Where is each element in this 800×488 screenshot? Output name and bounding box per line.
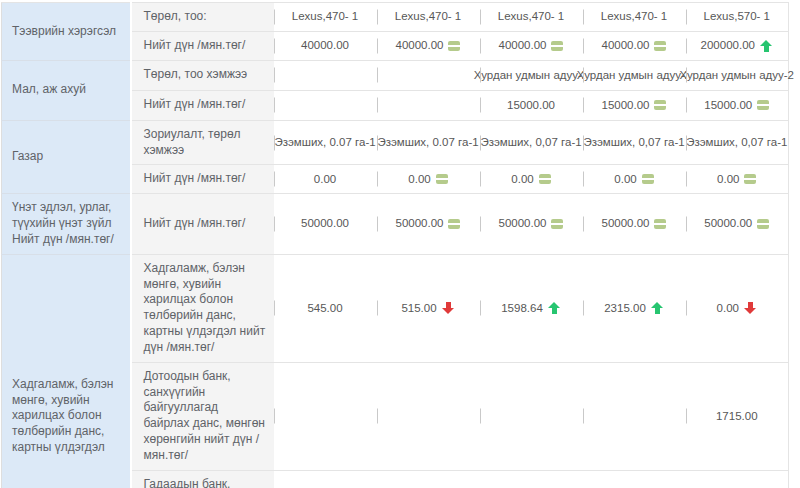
value-cell-content: Хурдан удмын адуу-2 — [480, 68, 583, 83]
cell-text: 50000.00 — [301, 216, 349, 231]
value-cell-content: 50000.00 — [583, 216, 686, 231]
cell-text: 200000.00 — [701, 38, 755, 53]
value-cell: 0.00 — [686, 165, 789, 194]
row-label-cell: Төрөл, тоо хэмжээ — [131, 60, 274, 90]
value-cell: 1598.64 — [480, 254, 583, 362]
cell-text: 15000.00 — [507, 98, 555, 113]
value-cell: 15000.00 — [583, 90, 686, 120]
cell-text: Эзэмших, 0,07 га-1 — [583, 135, 684, 150]
value-cell-content: 2315.00 — [583, 301, 686, 316]
row-label-cell: Нийт дүн /мян.төг/ — [131, 194, 274, 254]
value-cell: 40000.00 — [583, 31, 686, 60]
equals-icon — [448, 41, 460, 51]
category-label: Хадгаламж, бэлэн мөнгө, хувийн харилцах … — [12, 377, 113, 454]
category-label: Мал, аж ахуй — [12, 82, 86, 96]
value-cell-content: Эзэмших, 0.07 га-1 — [274, 135, 377, 150]
value-cell: Эзэмших, 0,07 га-1 — [480, 120, 583, 165]
equals-icon — [757, 219, 769, 229]
value-cell: Lexus,470- 1 — [583, 3, 686, 32]
value-cell-content: 50000.00 — [686, 216, 789, 231]
value-cell: 0.00 — [377, 165, 480, 194]
value-cell — [274, 90, 377, 120]
row-label: Нийт дүн /мян.төг/ — [144, 171, 246, 185]
value-cell-content: 545.00 — [274, 301, 377, 316]
value-cell: 0.00 — [686, 254, 789, 362]
table-row: Хадгаламж, бэлэн мөнгө, хувийн харилцах … — [2, 254, 789, 362]
trend-down-icon — [442, 302, 455, 314]
row-label-cell: Төрөл, тоо: — [131, 3, 274, 32]
cell-text: Lexus,470- 1 — [292, 9, 359, 24]
cell-text: 0.00 — [511, 172, 533, 187]
value-cell: 200000.00 — [686, 31, 789, 60]
cell-text: 2315.00 — [604, 301, 646, 316]
asset-table-body: Тээврийн хэрэгсэлТөрөл, тоо:Lexus,470- 1… — [2, 3, 789, 488]
cell-text: 15000.00 — [602, 98, 650, 113]
value-cell: 2315.00 — [583, 254, 686, 362]
category-cell: Үнэт эдлэл, урлаг, түүхийн үнэт зүйл Ний… — [2, 194, 131, 254]
value-cell-content: Lexus,470- 1 — [274, 9, 377, 24]
value-cell: 15000.00 — [480, 90, 583, 120]
value-cell: Эзэмших, 0.07 га-1 — [377, 120, 480, 165]
category-cell: Хадгаламж, бэлэн мөнгө, хувийн харилцах … — [2, 254, 131, 488]
value-cell: 40000.00 — [377, 31, 480, 60]
value-cell-content: Lexus,570- 1 — [686, 9, 789, 24]
row-label: Нийт дүн /мян.төг/ — [144, 216, 246, 230]
value-cell-content: 40000.00 — [480, 38, 583, 53]
cell-text: Эзэмших, 0.07 га-1 — [274, 135, 375, 150]
table-row: Үнэт эдлэл, урлаг, түүхийн үнэт зүйл Ний… — [2, 194, 789, 254]
cell-text: 0.00 — [614, 172, 636, 187]
table-row: Мал, аж ахуйТөрөл, тоо хэмжээХурдан удмы… — [2, 60, 789, 90]
cell-text: 0.00 — [314, 172, 336, 187]
row-label-cell: Хадгаламж, бэлэн мөнгө, хувийн харилцах … — [131, 254, 274, 362]
category-cell: Тээврийн хэрэгсэл — [2, 3, 131, 61]
value-cell: 545.00 — [274, 254, 377, 362]
value-cell: Хурдан удмын адуу-2 — [686, 60, 789, 90]
table-row: ГазарЗориулалт, төрөл хэмжээЭзэмших, 0.0… — [2, 120, 789, 165]
cell-text: Lexus,470- 1 — [395, 9, 462, 24]
cell-text: Хурдан удмын адуу-2 — [577, 68, 691, 83]
value-cell — [274, 470, 377, 488]
value-cell-content: 515.00 — [377, 301, 480, 316]
cell-text: 50000.00 — [602, 216, 650, 231]
value-cell — [480, 470, 583, 488]
value-cell: Lexus,570- 1 — [686, 3, 789, 32]
value-cell: 40000.00 — [274, 31, 377, 60]
equals-icon — [539, 174, 551, 184]
cell-text: 0.00 — [717, 172, 739, 187]
value-cell-content: Хурдан удмын адуу-2 — [583, 68, 686, 83]
value-cell-content: 40000.00 — [377, 38, 480, 53]
value-cell-content: Lexus,470- 1 — [583, 9, 686, 24]
equals-icon — [757, 100, 769, 110]
trend-down-icon — [744, 302, 757, 314]
value-cell-content: 0.00 — [480, 172, 583, 187]
value-cell-content: Хурдан удмын адуу-2 — [686, 68, 789, 83]
equals-icon — [436, 174, 448, 184]
row-label: Зориулалт, төрөл хэмжээ — [144, 127, 241, 157]
value-cell: Эзэмших, 0.07 га-1 — [274, 120, 377, 165]
value-cell-content: 200000.00 — [686, 38, 789, 53]
value-cell-content: Эзэмших, 0,07 га-1 — [686, 135, 789, 150]
equals-icon — [744, 174, 756, 184]
row-label-cell: Гадаадын банк, санхүүгийн байгууллагад б… — [131, 470, 274, 488]
equals-icon — [642, 174, 654, 184]
cell-text: Эзэмших, 0,07 га-1 — [686, 135, 787, 150]
cell-text: 40000.00 — [499, 38, 547, 53]
cell-text: 50000.00 — [704, 216, 752, 231]
trend-up-icon — [651, 302, 664, 314]
value-cell: Хурдан удмын адуу-2 — [480, 60, 583, 90]
cell-text: 50000.00 — [499, 216, 547, 231]
cell-text: Хурдан удмын адуу-2 — [680, 68, 794, 83]
trend-up-icon — [548, 302, 561, 314]
category-label: Газар — [12, 149, 43, 163]
category-cell: Мал, аж ахуй — [2, 60, 131, 120]
row-label-cell: Нийт дүн /мян.төг/ — [131, 31, 274, 60]
asset-declaration-screen: Тээврийн хэрэгсэлТөрөл, тоо:Lexus,470- 1… — [0, 0, 800, 488]
value-cell-content: 50000.00 — [480, 216, 583, 231]
value-cell-content: 15000.00 — [583, 98, 686, 113]
cell-text: Lexus,570- 1 — [704, 9, 771, 24]
row-label-cell: Нийт дүн /мян.төг/ — [131, 165, 274, 194]
value-cell-content: 1598.64 — [480, 301, 583, 316]
cell-text: Lexus,470- 1 — [601, 9, 668, 24]
value-cell: Lexus,470- 1 — [377, 3, 480, 32]
equals-icon — [448, 219, 460, 229]
